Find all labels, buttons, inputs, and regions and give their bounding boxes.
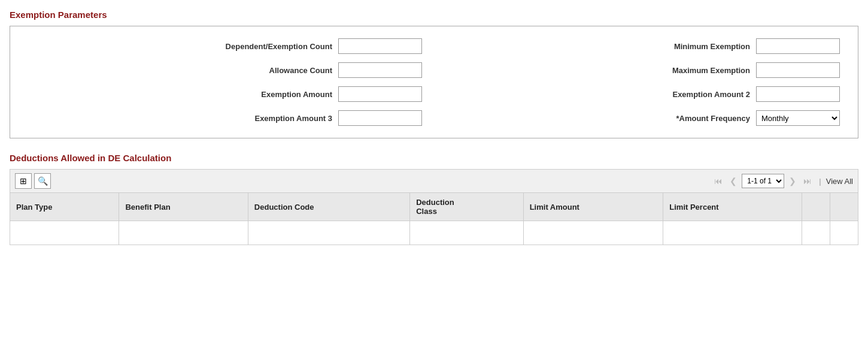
deductions-title: Deductions Allowed in DE Calculation (10, 153, 858, 163)
next-page-button[interactable]: ❯ (787, 175, 799, 187)
prev-page-button[interactable]: ❮ (727, 175, 739, 187)
col-action-1 (802, 193, 830, 221)
exemption-form-grid: Dependent/Exemption Count Minimum Exempt… (28, 38, 840, 126)
last-page-button[interactable]: ⏭ (801, 175, 814, 187)
col-limit-percent: Limit Percent (663, 193, 802, 221)
exemption-amount-3-row: Exemption Amount 3 (28, 110, 422, 126)
exemption-box: Dependent/Exemption Count Minimum Exempt… (10, 26, 858, 138)
dependent-exemption-row: Dependent/Exemption Count (28, 38, 422, 54)
deductions-table: Plan Type Benefit Plan Deduction Code De… (10, 192, 858, 245)
cell-action-1 (802, 221, 830, 245)
table-header-row: Plan Type Benefit Plan Deduction Code De… (10, 193, 858, 221)
col-plan-type: Plan Type (10, 193, 119, 221)
exemption-amount-label: Exemption Amount (261, 90, 332, 99)
exemption-amount-3-input[interactable] (338, 110, 422, 126)
dependent-exemption-label: Dependent/Exemption Count (226, 42, 332, 51)
exemption-amount-2-input[interactable] (756, 86, 840, 102)
exemption-amount-input[interactable] (338, 86, 422, 102)
view-all-link[interactable]: View All (826, 177, 853, 186)
first-page-button[interactable]: ⏮ (712, 175, 725, 187)
col-limit-amount: Limit Amount (523, 193, 663, 221)
col-benefit-plan: Benefit Plan (119, 193, 248, 221)
col-deduction-class: DeductionClass (410, 193, 523, 221)
pagination-controls: ⏮ ❮ 1-1 of 1 ❯ ⏭ | View All (712, 174, 853, 188)
exemption-amount-3-label: Exemption Amount 3 (254, 114, 332, 123)
allowance-count-label: Allowance Count (269, 66, 332, 75)
minimum-exemption-row: Minimum Exemption (446, 38, 840, 54)
grid-icon: ⊞ (20, 176, 27, 186)
search-button[interactable]: 🔍 (34, 173, 51, 189)
cell-limit-amount (523, 221, 663, 245)
search-icon: 🔍 (38, 176, 48, 186)
page-range-select[interactable]: 1-1 of 1 (742, 174, 784, 188)
amount-frequency-label: *Amount Frequency (676, 114, 750, 123)
exemption-amount-2-row: Exemption Amount 2 (446, 86, 840, 102)
exemption-amount-2-label: Exemption Amount 2 (672, 90, 750, 99)
deductions-toolbar: ⊞ 🔍 ⏮ ❮ 1-1 of 1 ❯ ⏭ | View All (10, 169, 858, 192)
cell-action-2 (830, 221, 858, 245)
minimum-exemption-input[interactable] (756, 38, 840, 54)
amount-frequency-select[interactable]: Monthly Weekly Bi-Weekly Semi-Monthly An… (756, 110, 840, 126)
maximum-exemption-input[interactable] (756, 62, 840, 78)
col-deduction-code: Deduction Code (248, 193, 409, 221)
pagination-divider: | (819, 177, 821, 186)
cell-benefit-plan (119, 221, 248, 245)
allowance-count-row: Allowance Count (28, 62, 422, 78)
col-action-2 (830, 193, 858, 221)
table-row (10, 221, 858, 245)
deductions-section: Deductions Allowed in DE Calculation ⊞ 🔍… (10, 153, 858, 245)
exemption-amount-row: Exemption Amount (28, 86, 422, 102)
cell-deduction-code (248, 221, 409, 245)
maximum-exemption-row: Maximum Exemption (446, 62, 840, 78)
amount-frequency-row: *Amount Frequency Monthly Weekly Bi-Week… (446, 110, 840, 126)
cell-limit-percent (663, 221, 802, 245)
exemption-parameters-section: Exemption Parameters Dependent/Exemption… (10, 10, 858, 138)
exemption-title: Exemption Parameters (10, 10, 858, 20)
grid-view-button[interactable]: ⊞ (15, 173, 32, 189)
cell-plan-type (10, 221, 119, 245)
cell-deduction-class (410, 221, 523, 245)
minimum-exemption-label: Minimum Exemption (674, 42, 750, 51)
dependent-exemption-input[interactable] (338, 38, 422, 54)
maximum-exemption-label: Maximum Exemption (672, 66, 750, 75)
allowance-count-input[interactable] (338, 62, 422, 78)
